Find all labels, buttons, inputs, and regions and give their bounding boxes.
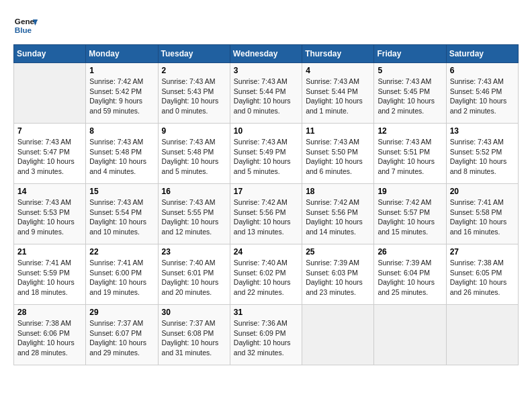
day-info: Sunrise: 7:41 AM Sunset: 6:00 PM Dayligh… (89, 258, 154, 298)
calendar-day-cell: 5Sunrise: 7:43 AM Sunset: 5:45 PM Daylig… (374, 63, 446, 124)
calendar-body: 1Sunrise: 7:42 AM Sunset: 5:42 PM Daylig… (14, 63, 519, 365)
day-info: Sunrise: 7:42 AM Sunset: 5:42 PM Dayligh… (89, 77, 154, 116)
day-number: 3 (234, 66, 298, 75)
day-number: 4 (306, 66, 370, 75)
day-info: Sunrise: 7:39 AM Sunset: 6:04 PM Dayligh… (378, 258, 442, 298)
day-number: 11 (306, 126, 370, 136)
day-of-week-header: Saturday (446, 45, 518, 63)
calendar-day-cell: 27Sunrise: 7:38 AM Sunset: 6:05 PM Dayli… (446, 244, 518, 305)
day-info: Sunrise: 7:43 AM Sunset: 5:43 PM Dayligh… (162, 77, 226, 116)
day-info: Sunrise: 7:36 AM Sunset: 6:09 PM Dayligh… (234, 318, 298, 358)
calendar-day-cell (374, 305, 446, 365)
day-info: Sunrise: 7:43 AM Sunset: 5:45 PM Dayligh… (378, 77, 442, 116)
calendar-day-cell: 10Sunrise: 7:43 AM Sunset: 5:49 PM Dayli… (230, 124, 302, 184)
logo: General Blue (13, 13, 20, 38)
day-info: Sunrise: 7:43 AM Sunset: 5:47 PM Dayligh… (17, 137, 82, 177)
calendar-day-cell: 26Sunrise: 7:39 AM Sunset: 6:04 PM Dayli… (374, 244, 446, 305)
calendar-day-cell: 15Sunrise: 7:43 AM Sunset: 5:54 PM Dayli… (86, 184, 158, 244)
calendar-day-cell (446, 305, 518, 365)
day-of-week-header: Sunday (14, 45, 86, 63)
day-number: 1 (89, 66, 154, 75)
calendar-day-cell: 25Sunrise: 7:39 AM Sunset: 6:03 PM Dayli… (302, 244, 374, 305)
day-number: 27 (450, 247, 515, 257)
calendar-day-cell: 24Sunrise: 7:40 AM Sunset: 6:02 PM Dayli… (230, 244, 302, 305)
day-number: 19 (378, 187, 442, 196)
svg-text:Blue: Blue (15, 26, 32, 34)
day-number: 8 (89, 126, 154, 136)
day-info: Sunrise: 7:43 AM Sunset: 5:53 PM Dayligh… (17, 197, 82, 237)
day-of-week-header: Tuesday (158, 45, 230, 63)
day-number: 6 (450, 66, 515, 75)
calendar-day-cell: 16Sunrise: 7:43 AM Sunset: 5:55 PM Dayli… (158, 184, 230, 244)
calendar-day-cell (302, 305, 374, 365)
day-info: Sunrise: 7:40 AM Sunset: 6:02 PM Dayligh… (234, 258, 298, 298)
day-info: Sunrise: 7:43 AM Sunset: 5:48 PM Dayligh… (89, 137, 154, 177)
calendar-day-cell: 17Sunrise: 7:42 AM Sunset: 5:56 PM Dayli… (230, 184, 302, 244)
day-info: Sunrise: 7:37 AM Sunset: 6:08 PM Dayligh… (162, 318, 226, 358)
calendar-day-cell: 28Sunrise: 7:38 AM Sunset: 6:06 PM Dayli… (14, 305, 86, 365)
day-number: 12 (378, 126, 442, 136)
day-number: 5 (378, 66, 442, 75)
day-number: 26 (378, 247, 442, 257)
day-info: Sunrise: 7:43 AM Sunset: 5:46 PM Dayligh… (450, 77, 515, 116)
logo-icon: General Blue (13, 13, 38, 38)
calendar-day-cell: 1Sunrise: 7:42 AM Sunset: 5:42 PM Daylig… (86, 63, 158, 124)
calendar-day-cell (14, 63, 86, 124)
calendar-day-cell: 18Sunrise: 7:42 AM Sunset: 5:56 PM Dayli… (302, 184, 374, 244)
day-info: Sunrise: 7:43 AM Sunset: 5:44 PM Dayligh… (234, 77, 298, 116)
calendar-day-cell: 7Sunrise: 7:43 AM Sunset: 5:47 PM Daylig… (14, 124, 86, 184)
page-header: General Blue (13, 13, 519, 38)
day-number: 28 (17, 308, 82, 317)
day-number: 21 (17, 247, 82, 257)
day-number: 10 (234, 126, 298, 136)
calendar-day-cell: 14Sunrise: 7:43 AM Sunset: 5:53 PM Dayli… (14, 184, 86, 244)
day-number: 25 (306, 247, 370, 257)
day-info: Sunrise: 7:43 AM Sunset: 5:44 PM Dayligh… (306, 77, 370, 116)
day-info: Sunrise: 7:43 AM Sunset: 5:48 PM Dayligh… (162, 137, 226, 177)
day-info: Sunrise: 7:43 AM Sunset: 5:49 PM Dayligh… (234, 137, 298, 177)
day-number: 15 (89, 187, 154, 196)
day-info: Sunrise: 7:40 AM Sunset: 6:01 PM Dayligh… (162, 258, 226, 298)
day-number: 13 (450, 126, 515, 136)
day-info: Sunrise: 7:43 AM Sunset: 5:55 PM Dayligh… (162, 197, 226, 237)
day-number: 22 (89, 247, 154, 257)
day-of-week-header: Friday (374, 45, 446, 63)
calendar-day-cell: 9Sunrise: 7:43 AM Sunset: 5:48 PM Daylig… (158, 124, 230, 184)
day-info: Sunrise: 7:41 AM Sunset: 5:58 PM Dayligh… (450, 197, 515, 237)
calendar-table: SundayMondayTuesdayWednesdayThursdayFrid… (13, 44, 519, 365)
day-info: Sunrise: 7:41 AM Sunset: 5:59 PM Dayligh… (17, 258, 82, 298)
calendar-week-row: 7Sunrise: 7:43 AM Sunset: 5:47 PM Daylig… (14, 124, 519, 184)
calendar-day-cell: 4Sunrise: 7:43 AM Sunset: 5:44 PM Daylig… (302, 63, 374, 124)
calendar-day-cell: 22Sunrise: 7:41 AM Sunset: 6:00 PM Dayli… (86, 244, 158, 305)
calendar-day-cell: 20Sunrise: 7:41 AM Sunset: 5:58 PM Dayli… (446, 184, 518, 244)
calendar-day-cell: 3Sunrise: 7:43 AM Sunset: 5:44 PM Daylig… (230, 63, 302, 124)
day-of-week-header: Wednesday (230, 45, 302, 63)
day-number: 2 (162, 66, 226, 75)
day-info: Sunrise: 7:38 AM Sunset: 6:06 PM Dayligh… (17, 318, 82, 358)
calendar-day-cell: 12Sunrise: 7:43 AM Sunset: 5:51 PM Dayli… (374, 124, 446, 184)
calendar-day-cell: 2Sunrise: 7:43 AM Sunset: 5:43 PM Daylig… (158, 63, 230, 124)
calendar-day-cell: 13Sunrise: 7:43 AM Sunset: 5:52 PM Dayli… (446, 124, 518, 184)
calendar-day-cell: 8Sunrise: 7:43 AM Sunset: 5:48 PM Daylig… (86, 124, 158, 184)
day-info: Sunrise: 7:43 AM Sunset: 5:54 PM Dayligh… (89, 197, 154, 237)
calendar-day-cell: 30Sunrise: 7:37 AM Sunset: 6:08 PM Dayli… (158, 305, 230, 365)
day-number: 9 (162, 126, 226, 136)
day-number: 18 (306, 187, 370, 196)
day-number: 29 (89, 308, 154, 317)
calendar-week-row: 28Sunrise: 7:38 AM Sunset: 6:06 PM Dayli… (14, 305, 519, 365)
day-info: Sunrise: 7:43 AM Sunset: 5:51 PM Dayligh… (378, 137, 442, 177)
day-of-week-header: Thursday (302, 45, 374, 63)
calendar-week-row: 21Sunrise: 7:41 AM Sunset: 5:59 PM Dayli… (14, 244, 519, 305)
day-number: 24 (234, 247, 298, 257)
calendar-week-row: 1Sunrise: 7:42 AM Sunset: 5:42 PM Daylig… (14, 63, 519, 124)
day-number: 23 (162, 247, 226, 257)
day-info: Sunrise: 7:37 AM Sunset: 6:07 PM Dayligh… (89, 318, 154, 358)
day-number: 31 (234, 308, 298, 317)
day-number: 30 (162, 308, 226, 317)
day-number: 17 (234, 187, 298, 196)
day-of-week-header: Monday (86, 45, 158, 63)
calendar-week-row: 14Sunrise: 7:43 AM Sunset: 5:53 PM Dayli… (14, 184, 519, 244)
day-number: 7 (17, 126, 82, 136)
calendar-day-cell: 11Sunrise: 7:43 AM Sunset: 5:50 PM Dayli… (302, 124, 374, 184)
day-number: 16 (162, 187, 226, 196)
